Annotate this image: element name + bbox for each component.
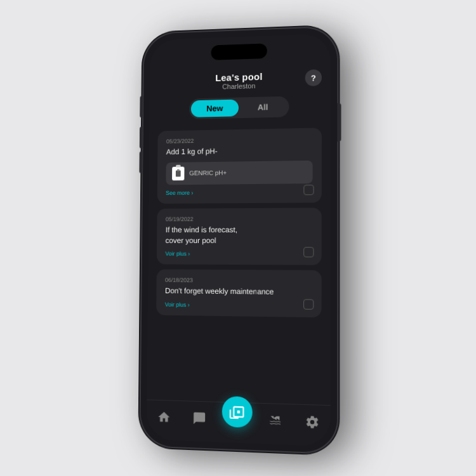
pool-name: Lea's pool	[215, 71, 262, 83]
header: Lea's pool Charleston ?	[150, 64, 331, 100]
card-3-date: 06/18/2023	[165, 277, 312, 285]
card-3-see-more[interactable]: Voir plus ›	[165, 301, 313, 310]
cards-list: 05/23/2022 Add 1 kg of pH- GENRIC pH+ Se…	[147, 124, 331, 405]
card-3: 06/18/2023 Don't forget weekly maintenan…	[156, 270, 321, 318]
card-2: 05/19/2022 If the wind is forecast, cove…	[157, 208, 322, 265]
card-2-title: If the wind is forecast, cover your pool	[166, 225, 313, 246]
nav-pool[interactable]	[263, 410, 289, 432]
tab-container: New All	[189, 96, 289, 119]
phone-screen: Lea's pool Charleston ? New All 05/23/20…	[147, 34, 331, 447]
nav-scan[interactable]	[222, 396, 253, 428]
card-2-see-more[interactable]: Voir plus ›	[165, 251, 312, 258]
settings-icon	[304, 414, 320, 430]
tab-bar: New All	[149, 95, 331, 128]
tab-all[interactable]: All	[239, 98, 288, 117]
svg-rect-0	[176, 170, 181, 176]
card-3-title: Don't forget weekly maintenance	[165, 286, 312, 298]
product-name: GENRIC pH+	[189, 169, 227, 177]
card-3-checkbox[interactable]	[303, 300, 314, 310]
card-2-date: 05/19/2022	[166, 215, 313, 222]
pool-icon	[268, 413, 283, 429]
pool-location: Charleston	[215, 82, 262, 91]
header-text: Lea's pool Charleston	[215, 71, 262, 91]
screen-content: Lea's pool Charleston ? New All 05/23/20…	[147, 34, 331, 447]
product-chip[interactable]: GENRIC pH+	[166, 161, 312, 185]
phone-frame: Lea's pool Charleston ? New All 05/23/20…	[140, 27, 337, 453]
card-1-see-more[interactable]: See more ›	[166, 188, 312, 196]
nav-settings[interactable]	[299, 411, 325, 433]
dynamic-island	[211, 43, 267, 60]
nav-messages[interactable]	[187, 407, 212, 429]
product-icon	[172, 166, 184, 180]
nav-home[interactable]	[152, 407, 176, 428]
bottom-nav	[147, 399, 331, 446]
card-1-date: 05/23/2022	[166, 136, 313, 145]
card-1-title: Add 1 kg of pH-	[166, 145, 313, 157]
card-1: 05/23/2022 Add 1 kg of pH- GENRIC pH+ Se…	[157, 128, 322, 203]
card-2-checkbox[interactable]	[303, 248, 314, 258]
help-button[interactable]: ?	[305, 69, 322, 86]
messages-icon	[192, 411, 207, 426]
home-icon	[157, 409, 172, 425]
card-1-checkbox[interactable]	[303, 185, 314, 195]
tab-new[interactable]: New	[191, 100, 239, 117]
svg-rect-1	[177, 169, 180, 171]
